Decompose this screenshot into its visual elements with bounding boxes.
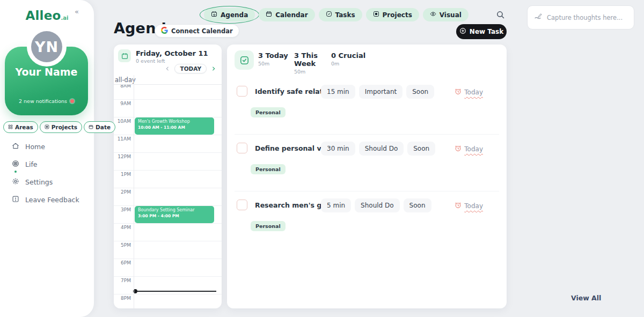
today-button[interactable]: TODAY	[174, 64, 207, 73]
duration-chip[interactable]: 15 min	[321, 85, 355, 99]
areas-button[interactable]: Areas	[3, 121, 38, 133]
capture-input[interactable]	[547, 14, 627, 21]
event-title: Boundary Setting Seminar	[138, 208, 211, 212]
calendar-event[interactable]: Boundary Setting Seminar 3:00 PM - 4:00 …	[135, 206, 214, 223]
calendar-event[interactable]: Men's Growth Workshop 10:00 AM - 11:00 A…	[135, 117, 214, 135]
hour-row: 6PM	[114, 259, 222, 276]
sidebar-filter-pills: Areas Projects Date	[3, 121, 115, 133]
leave-feedback-label: Leave Feedback	[25, 196, 79, 204]
task-checkbox[interactable]	[237, 86, 247, 97]
sidebar-item-leave-feedback[interactable]: Leave Feedback	[12, 196, 79, 204]
urgency-chip[interactable]: Soon	[406, 85, 434, 99]
connect-calendar-label: Connect Calendar	[171, 27, 233, 35]
task-chips: 30 min Should Do Soon	[321, 142, 435, 156]
task-stats: 3 Today 50m 3 This Week 50m 0 Crucial 0m	[258, 51, 365, 75]
task-checkbox[interactable]	[237, 200, 247, 210]
sidebar: Alleo.ai « Your Name 2 new notifications…	[0, 0, 94, 317]
avatar[interactable]: YN	[31, 31, 62, 62]
notification-dot-icon	[70, 99, 74, 103]
tag-personal[interactable]: Personal	[251, 107, 286, 117]
date-button[interactable]: Date	[84, 121, 115, 133]
hour-row: 9AM	[114, 99, 222, 117]
hour-row: 5PM	[114, 241, 222, 259]
calendar-tile-icon	[118, 49, 131, 62]
feedback-icon	[12, 195, 19, 204]
new-task-label: New Task	[470, 28, 503, 35]
hour-row: 1PM	[114, 170, 222, 188]
due-label: Today	[464, 202, 483, 210]
alarm-icon	[455, 144, 462, 154]
tab-calendar[interactable]: Calendar	[259, 8, 314, 21]
google-icon	[161, 27, 168, 35]
task-chips: 15 min Important Soon	[321, 85, 434, 99]
tab-tasks-label: Tasks	[335, 11, 355, 19]
view-all-link[interactable]: View All	[571, 294, 601, 302]
top-nav-tabs: Agenda Calendar Tasks Projects Visual	[204, 8, 469, 21]
time-gutter-divider	[134, 75, 134, 308]
sidebar-item-life[interactable]: Life	[12, 160, 79, 168]
tasks-panel: 3 Today 50m 3 This Week 50m 0 Crucial 0m…	[227, 45, 507, 308]
sidebar-item-settings[interactable]: Settings	[12, 178, 79, 186]
priority-chip[interactable]: Should Do	[355, 198, 400, 212]
notifications-label: 2 new notifications	[19, 98, 67, 104]
urgency-chip[interactable]: Soon	[407, 142, 435, 156]
due-date[interactable]: Today	[455, 87, 483, 97]
plus-circle-icon	[459, 27, 466, 36]
collapse-sidebar-icon[interactable]: «	[75, 8, 79, 16]
due-date[interactable]: Today	[455, 144, 483, 154]
sidebar-nav: Home Life Settings Leave Feedback	[12, 143, 79, 204]
chevron-left-icon[interactable]	[165, 66, 170, 71]
chevron-right-icon[interactable]	[211, 66, 216, 71]
user-name: Your Name	[5, 66, 88, 78]
row-divider	[235, 191, 499, 191]
new-task-button[interactable]: New Task	[456, 24, 507, 39]
tab-tasks[interactable]: Tasks	[319, 8, 362, 21]
tab-agenda-label: Agenda	[221, 11, 248, 19]
calendar-icon	[89, 124, 93, 130]
tab-visual[interactable]: Visual	[423, 8, 469, 21]
calendar-grid: 8AM 9AM 10AM 11AM 12PM 1PM 2PM 3PM 4PM 5…	[114, 75, 222, 308]
task-chips: 5 min Should Do Soon	[321, 198, 431, 212]
priority-chip[interactable]: Should Do	[359, 142, 404, 156]
scribble-pen-icon	[534, 12, 543, 23]
event-title: Men's Growth Workshop	[138, 119, 211, 124]
stat-today: 3 Today 50m	[258, 51, 294, 75]
hour-row: 2PM	[114, 188, 222, 205]
projects-button[interactable]: Projects	[40, 121, 82, 133]
duration-chip[interactable]: 30 min	[321, 142, 355, 156]
settings-label: Settings	[25, 178, 53, 186]
tag-personal[interactable]: Personal	[251, 164, 286, 174]
events-left-label: 0 event left	[136, 58, 165, 64]
app-logo: Alleo.ai	[0, 9, 94, 23]
stat-this-week: 3 This Week 50m	[294, 51, 331, 75]
home-icon	[12, 142, 19, 151]
check-circle-icon	[326, 11, 332, 19]
tab-projects[interactable]: Projects	[366, 8, 419, 21]
target-icon	[12, 160, 19, 169]
tag-personal[interactable]: Personal	[251, 221, 286, 231]
home-label: Home	[25, 143, 45, 151]
grid-icon	[373, 11, 379, 19]
priority-chip[interactable]: Important	[359, 85, 403, 99]
urgency-chip[interactable]: Soon	[404, 198, 431, 212]
all-day-row: all-day	[114, 75, 222, 85]
sidebar-item-home[interactable]: Home	[12, 143, 79, 151]
duration-chip[interactable]: 5 min	[321, 198, 351, 212]
task-row: Research men's groups 5 min Should Do So…	[227, 195, 507, 248]
calendar-date-title: Friday, October 11	[136, 49, 208, 57]
all-day-label: all-day	[115, 76, 136, 84]
search-icon[interactable]	[496, 10, 505, 21]
stat-crucial: 0 Crucial 0m	[331, 51, 365, 75]
tab-agenda[interactable]: Agenda	[204, 8, 255, 21]
current-time-indicator	[134, 291, 216, 292]
row-divider	[235, 134, 499, 135]
connect-calendar-button[interactable]: Connect Calendar	[155, 24, 239, 38]
due-date[interactable]: Today	[455, 201, 483, 211]
eye-icon	[430, 11, 436, 19]
tab-projects-label: Projects	[383, 11, 412, 19]
task-checkbox[interactable]	[237, 143, 247, 153]
due-label: Today	[464, 89, 483, 96]
tab-visual-label: Visual	[440, 11, 462, 19]
notifications[interactable]: 2 new notifications	[5, 98, 88, 104]
calendar-nav: TODAY	[165, 64, 216, 73]
